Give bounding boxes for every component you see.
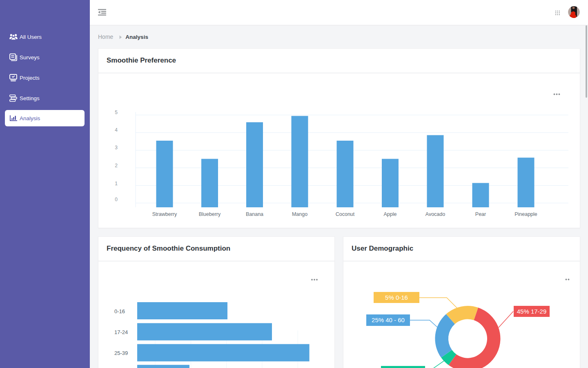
svg-text:2: 2 — [115, 163, 118, 168]
svg-text:Mango: Mango — [292, 211, 307, 217]
svg-text:3: 3 — [115, 145, 118, 150]
svg-text:Avocado: Avocado — [425, 211, 445, 217]
svg-text:Banana: Banana — [246, 211, 263, 217]
svg-text:1: 1 — [115, 181, 118, 186]
svg-text:Pineapple: Pineapple — [514, 211, 537, 217]
svg-text:5: 5 — [115, 110, 118, 115]
svg-text:25-39: 25-39 — [114, 350, 128, 356]
svg-text:4: 4 — [115, 127, 118, 133]
svg-text:45% 17-29: 45% 17-29 — [517, 308, 547, 315]
svg-text:5% 0-16: 5% 0-16 — [385, 294, 408, 301]
svg-text:0-16: 0-16 — [114, 308, 125, 314]
svg-text:17-24: 17-24 — [114, 329, 128, 335]
svg-text:Apple: Apple — [384, 211, 397, 217]
svg-text:25% 40 - 60: 25% 40 - 60 — [372, 316, 405, 323]
svg-text:Pear: Pear — [475, 211, 486, 217]
svg-text:0: 0 — [115, 197, 118, 202]
svg-text:Strawberry: Strawberry — [152, 211, 177, 217]
svg-text:Blueberry: Blueberry — [199, 211, 221, 217]
svg-text:Coconut: Coconut — [336, 211, 355, 217]
